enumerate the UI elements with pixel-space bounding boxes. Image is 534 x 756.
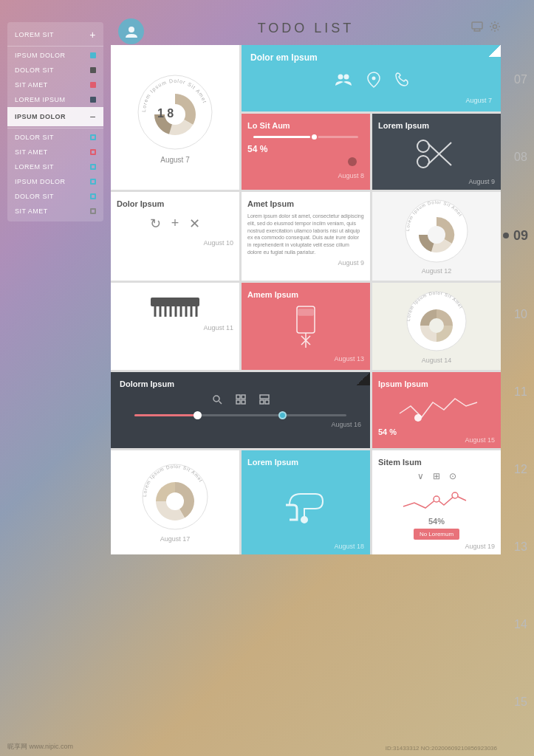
svg-rect-32 [298, 309, 313, 315]
sidebar-label: SIT AMET [15, 207, 48, 215]
cell-aug9-dark-title: Lorem Ipsum [378, 121, 495, 130]
cell-aug9-title: Amet Ipsum [247, 199, 364, 208]
cell-aug16-title: Dolorm Ipsum [120, 379, 361, 388]
cell-aug19: Sitem Isum ∨ ⊞ ⊙ 54% No Loremum August 1… [372, 450, 501, 554]
sidebar-minus-icon[interactable]: − [89, 111, 96, 123]
razor-container [247, 305, 364, 349]
svg-line-38 [219, 402, 222, 405]
sidebar-add-icon[interactable]: + [89, 29, 96, 41]
cell-aug9-date: August 9 [247, 259, 364, 267]
monitor-icon[interactable] [471, 21, 483, 35]
cell-aug9-dark-date: August 9 [378, 178, 495, 185]
cell-aug9-body: Lorem ipsum dolor sit amet, consectetur … [247, 213, 364, 256]
comb-container [117, 296, 233, 318]
cell-aug17-circle: Lorem Ipsum Dolor Sit Amet August 17 [111, 450, 239, 554]
timeline-13: 13 [514, 540, 527, 554]
pipe-container [282, 487, 330, 523]
sidebar-item-dolor-sit-3[interactable]: DOLOR SIT [7, 189, 103, 204]
layout-icon[interactable] [259, 394, 270, 407]
sidebar-label: IPSUM DOLOR [15, 178, 66, 185]
page-header: TODO LIST [111, 15, 501, 45]
grid-icon[interactable] [236, 394, 246, 407]
cell-aug13-title: Amem Ipsum [247, 290, 364, 299]
timeline-15: 15 [514, 695, 527, 709]
avatar-icon [118, 18, 144, 44]
plus-icon: + [171, 216, 179, 232]
sidebar-item-dolor-sit-2[interactable]: DOLOR SIT [7, 130, 103, 145]
cell-aug11-date: August 11 [117, 324, 233, 331]
cell-aug15-pink: Ipsum Ipsum 54 % August 15 [372, 372, 501, 448]
progress-handle[interactable] [310, 133, 318, 141]
sidebar-dot-icon [90, 97, 96, 103]
timeline-08: 08 [514, 151, 527, 164]
sidebar-item-lorem-sit[interactable]: LOREM SIT + [7, 25, 103, 44]
fold-corner-icon [489, 45, 501, 57]
svg-text:1 8: 1 8 [157, 107, 174, 120]
sidebar: LOREM SIT + IPSUM DOLOR DOLOR SIT SIT AM… [7, 22, 103, 221]
sidebar-label: SIT AMET [15, 81, 48, 89]
header-actions [471, 21, 501, 35]
slider-handle-right[interactable] [278, 411, 287, 419]
search-icon[interactable] [212, 394, 222, 407]
check-icons-aug19: ∨ ⊞ ⊙ [378, 471, 495, 481]
sidebar-label: LOREM SIT [15, 31, 54, 38]
sidebar-dot-icon [90, 82, 96, 88]
cell-aug19-title: Sitem Isum [378, 458, 495, 467]
chart-aug19 [378, 484, 495, 514]
progress-pct: 54 % [247, 144, 364, 154]
svg-point-14 [417, 156, 429, 168]
sidebar-item-sit-amet-3[interactable]: SIT AMET [7, 204, 103, 219]
sidebar-label: IPSUM DOLOR [15, 52, 66, 59]
svg-point-13 [417, 140, 429, 152]
svg-point-19 [428, 226, 445, 244]
timeline-active-dot [503, 233, 509, 238]
cell-aug7-date: August 7 [160, 156, 189, 164]
sidebar-label: IPSUM DOLOR [15, 113, 66, 120]
cell-aug10: Dolor Ipsum ↻ + ✕ August 10 [111, 192, 239, 281]
cell-aug14-date: August 14 [422, 357, 452, 364]
sidebar-item-sit-amet-2[interactable]: SIT AMET [7, 145, 103, 159]
circle-aug14: Lorem Ipsum Dolor Sit Amet [404, 289, 469, 354]
sidebar-item-sit-amet[interactable]: SIT AMET [7, 78, 103, 92]
watermark-left: 昵享网 www.nipic.com [7, 742, 73, 752]
main-content: TODO LIST Lorem Ipsum [111, 15, 501, 741]
dot-aug8 [348, 157, 357, 166]
cell-aug7-circle: Lorem Ipsum Dolor Sit Amet 1 8 [111, 45, 239, 190]
cell-aug18-title: Lorem Ipsum [247, 458, 298, 467]
sidebar-item-ipsum-dolor-2[interactable]: IPSUM DOLOR − [7, 107, 103, 126]
settings-icon[interactable] [489, 21, 501, 35]
watermark-right: ID:31433312 NO:20200609210856923036 [386, 745, 497, 752]
no-lorem-button[interactable]: No Loremum [414, 529, 459, 540]
cell-aug15-title: Ipsum Ipsum [378, 379, 495, 388]
sidebar-item-ipsum-dolor[interactable]: IPSUM DOLOR [7, 48, 103, 63]
svg-point-10 [338, 75, 343, 80]
scissors-container [378, 137, 495, 171]
sidebar-item-dolor-sit[interactable]: DOLOR SIT [7, 63, 103, 78]
svg-point-50 [434, 496, 439, 502]
sidebar-item-lorem-sit-2[interactable]: LOREM SIT [7, 159, 103, 174]
svg-point-49 [301, 517, 307, 523]
cell-aug16-dark: Dolorm Ipsum August 16 [111, 372, 370, 448]
sidebar-item-ipsum-dolor-3[interactable]: IPSUM DOLOR [7, 174, 103, 189]
cell-aug8-date: August 8 [247, 172, 364, 179]
svg-rect-45 [265, 400, 269, 404]
svg-point-5 [493, 25, 497, 29]
slider-handle-left[interactable] [194, 411, 202, 419]
sidebar-label: DOLOR SIT [15, 134, 54, 141]
cell-aug9-dark: Lorem Ipsum August 9 [372, 114, 501, 190]
sidebar-label: DOLOR SIT [15, 66, 54, 74]
cell-aug11: August 11 [111, 283, 239, 370]
cell-aug18-cyan: Lorem Ipsum August 18 [242, 450, 370, 554]
slider-fill-left [134, 414, 198, 416]
close-icon: ✕ [189, 216, 200, 232]
svg-point-37 [213, 396, 219, 402]
sidebar-item-lorem-ipsum[interactable]: LOREM IPSUM [7, 92, 103, 107]
sidebar-dot-icon [90, 164, 96, 170]
sidebar-dot-icon [90, 149, 96, 155]
svg-point-51 [452, 492, 458, 498]
sidebar-divider [7, 46, 103, 47]
slider-aug16 [134, 414, 347, 416]
cell-aug10-date: August 10 [117, 239, 233, 247]
circle-aug7: Lorem Ipsum Dolor Sit Amet 1 8 [134, 72, 216, 153]
cell-aug15-date: August 15 [378, 436, 495, 444]
